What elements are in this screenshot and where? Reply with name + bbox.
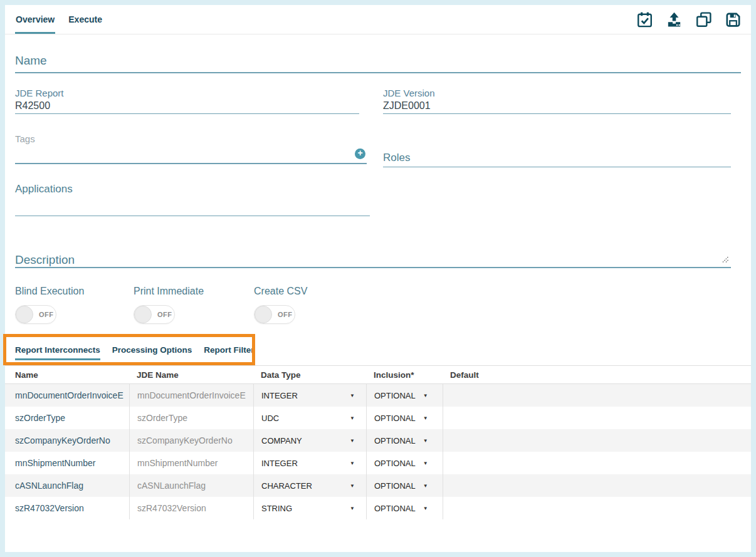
column-header-inclusion: Inclusion*: [366, 370, 443, 380]
content-card: Overview Execute: [5, 5, 751, 552]
cell-default: [443, 429, 751, 452]
inclusion-select[interactable]: OPTIONAL ▼: [366, 497, 443, 519]
inclusion-select[interactable]: OPTIONAL ▼: [366, 384, 443, 407]
data-type-select[interactable]: UDC ▼: [253, 407, 366, 429]
data-type-value: INTEGER: [261, 391, 298, 400]
table-row: mnShipmentNumber mnShipmentNumber INTEGE…: [5, 452, 751, 474]
inclusion-select[interactable]: OPTIONAL ▼: [366, 429, 443, 452]
tags-field[interactable]: Tags +: [15, 133, 367, 164]
add-tag-plus-icon[interactable]: +: [355, 148, 365, 159]
inclusion-select[interactable]: OPTIONAL ▼: [366, 474, 443, 497]
tab-report-interconnects[interactable]: Report Interconnects: [15, 343, 100, 360]
create-csv-label: Create CSV: [254, 286, 307, 297]
inclusion-value: OPTIONAL: [374, 459, 416, 468]
chevron-down-icon: ▼: [350, 393, 355, 398]
chevron-down-icon: ▼: [350, 438, 355, 444]
cell-default: [443, 452, 751, 474]
column-header-default: Default: [443, 370, 751, 380]
cell-jde-name: mnShipmentNumber: [129, 452, 253, 474]
applications-field-label: Applications: [15, 183, 73, 195]
cell-name: szR47032Version: [5, 497, 129, 519]
chevron-down-icon: ▼: [423, 506, 428, 511]
tab-overview[interactable]: Overview: [15, 5, 55, 34]
column-header-name: Name: [5, 370, 129, 380]
roles-field[interactable]: Roles: [383, 152, 731, 167]
jde-report-value: R42500: [15, 100, 359, 112]
table-row: cASNLaunchFlag cASNLaunchFlag CHARACTER …: [5, 474, 751, 497]
toggle-state-label: OFF: [157, 311, 172, 318]
toggle-state-label: OFF: [39, 311, 54, 318]
cell-jde-name: cASNLaunchFlag: [129, 474, 253, 497]
chevron-down-icon: ▼: [423, 461, 428, 466]
tab-report-filter[interactable]: Report Filter: [204, 343, 254, 360]
inclusion-value: OPTIONAL: [374, 391, 416, 400]
schedule-calendar-check-icon[interactable]: [635, 10, 654, 29]
tab-report-interconnects-label: Report Interconnects: [15, 345, 100, 355]
page-background: Overview Execute: [0, 0, 756, 557]
data-type-select[interactable]: INTEGER ▼: [253, 452, 366, 474]
chevron-down-icon: ▼: [350, 461, 355, 466]
cell-default: [443, 407, 751, 429]
upload-icon[interactable]: [664, 10, 683, 29]
tab-report-filter-label: Report Filter: [204, 345, 254, 355]
table-row: mnDocumentOrderInvoiceE mnDocumentOrderI…: [5, 384, 751, 407]
jde-version-field[interactable]: JDE Version ZJDE0001: [383, 88, 731, 114]
tab-overview-label: Overview: [16, 14, 55, 24]
table-row: szCompanyKeyOrderNo szCompanyKeyOrderNo …: [5, 429, 751, 452]
jde-version-value: ZJDE0001: [383, 100, 731, 112]
description-field-label: Description: [15, 253, 75, 266]
data-type-select[interactable]: INTEGER ▼: [253, 384, 366, 407]
create-csv-toggle[interactable]: OFF: [254, 305, 295, 324]
jde-report-label: JDE Report: [15, 88, 359, 98]
chevron-down-icon: ▼: [423, 438, 428, 444]
save-icon[interactable]: [723, 10, 742, 29]
chevron-down-icon: ▼: [423, 393, 428, 398]
toggle-knob: [16, 306, 33, 323]
copy-icon[interactable]: [694, 10, 713, 29]
tab-execute[interactable]: Execute: [68, 5, 103, 34]
data-type-value: STRING: [261, 504, 292, 513]
print-immediate-label: Print Immediate: [134, 286, 204, 297]
chevron-down-icon: ▼: [350, 506, 355, 511]
inclusion-value: OPTIONAL: [374, 481, 416, 491]
toggle-knob: [134, 306, 152, 323]
jde-report-field[interactable]: JDE Report R42500: [15, 88, 359, 114]
inclusion-select[interactable]: OPTIONAL ▼: [366, 452, 443, 474]
roles-field-label: Roles: [383, 152, 410, 164]
column-header-data-type: Data Type: [253, 370, 366, 380]
blind-execution-toggle[interactable]: OFF: [15, 305, 56, 324]
cell-name: mnDocumentOrderInvoiceE: [5, 384, 129, 407]
cell-default: [443, 474, 751, 497]
inclusion-select[interactable]: OPTIONAL ▼: [366, 407, 443, 429]
create-csv-toggle-block: Create CSV OFF: [254, 286, 307, 324]
textarea-resize-handle-icon[interactable]: [720, 254, 729, 266]
print-immediate-toggle-block: Print Immediate OFF: [134, 286, 204, 324]
cell-jde-name: mnDocumentOrderInvoiceE: [129, 384, 253, 407]
data-type-select[interactable]: CHARACTER ▼: [253, 474, 366, 497]
print-immediate-toggle[interactable]: OFF: [134, 305, 175, 324]
description-field[interactable]: Description: [15, 253, 731, 268]
inclusion-value: OPTIONAL: [374, 414, 416, 423]
blind-execution-label: Blind Execution: [15, 286, 84, 297]
cell-jde-name: szR47032Version: [129, 497, 253, 519]
toolbar-icon-group: [635, 5, 751, 34]
data-type-select[interactable]: COMPANY ▼: [253, 429, 366, 452]
section-tab-bar: Report Interconnects Processing Options …: [15, 343, 255, 360]
name-field[interactable]: Name: [15, 54, 741, 73]
data-type-select[interactable]: STRING ▼: [253, 497, 366, 519]
cell-name: szOrderType: [5, 407, 129, 429]
inclusion-value: OPTIONAL: [374, 436, 416, 445]
chevron-down-icon: ▼: [423, 415, 428, 421]
column-header-jde-name: JDE Name: [129, 370, 253, 380]
data-type-value: COMPANY: [261, 436, 302, 445]
chevron-down-icon: ▼: [350, 483, 355, 489]
cell-default: [443, 497, 751, 519]
applications-field[interactable]: Applications: [15, 183, 370, 216]
chevron-down-icon: ▼: [423, 483, 428, 489]
inclusion-value: OPTIONAL: [374, 504, 416, 513]
blind-execution-toggle-block: Blind Execution OFF: [15, 286, 84, 324]
data-type-value: CHARACTER: [261, 481, 312, 491]
tab-processing-options[interactable]: Processing Options: [112, 343, 192, 360]
table-body: mnDocumentOrderInvoiceE mnDocumentOrderI…: [5, 384, 751, 519]
chevron-down-icon: ▼: [350, 415, 355, 421]
